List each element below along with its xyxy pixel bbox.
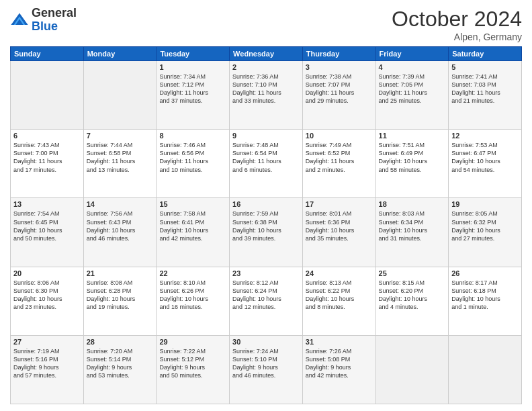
calendar-week: 27Sunrise: 7:19 AM Sunset: 5:16 PM Dayli… (11, 335, 522, 404)
weekday-header-row: SundayMondayTuesdayWednesdayThursdayFrid… (11, 47, 522, 61)
logo-blue: Blue (32, 20, 77, 34)
logo-text: General Blue (32, 7, 77, 34)
logo: General Blue (10, 7, 77, 34)
day-number: 25 (379, 269, 446, 277)
calendar-cell (375, 335, 449, 404)
calendar-cell: 31Sunrise: 7:26 AM Sunset: 5:08 PM Dayli… (302, 335, 375, 404)
day-info: Sunrise: 8:15 AM Sunset: 6:20 PM Dayligh… (379, 279, 446, 312)
calendar-cell: 7Sunrise: 7:44 AM Sunset: 6:58 PM Daylig… (83, 130, 157, 198)
day-number: 30 (232, 338, 300, 346)
calendar-week: 13Sunrise: 7:54 AM Sunset: 6:45 PM Dayli… (11, 198, 522, 267)
page: General Blue October 2024 Alpen, Germany… (0, 0, 532, 411)
day-number: 24 (306, 269, 373, 277)
day-number: 3 (306, 63, 373, 71)
day-info: Sunrise: 7:59 AM Sunset: 6:38 PM Dayligh… (232, 210, 300, 242)
weekday-header: Tuesday (157, 47, 230, 61)
day-number: 13 (13, 200, 81, 208)
day-number: 12 (451, 132, 519, 140)
calendar-cell (83, 61, 157, 130)
calendar-cell: 24Sunrise: 8:13 AM Sunset: 6:22 PM Dayli… (302, 267, 375, 335)
calendar-cell (11, 61, 84, 130)
calendar-cell: 27Sunrise: 7:19 AM Sunset: 5:16 PM Dayli… (11, 335, 84, 404)
day-info: Sunrise: 7:38 AM Sunset: 7:07 PM Dayligh… (306, 73, 373, 105)
day-info: Sunrise: 7:49 AM Sunset: 6:52 PM Dayligh… (306, 141, 373, 174)
calendar-cell: 10Sunrise: 7:49 AM Sunset: 6:52 PM Dayli… (302, 130, 375, 198)
calendar-cell: 20Sunrise: 8:06 AM Sunset: 6:30 PM Dayli… (11, 267, 84, 335)
calendar-cell: 5Sunrise: 7:41 AM Sunset: 7:03 PM Daylig… (449, 61, 522, 130)
title-block: October 2024 Alpen, Germany (392, 7, 522, 42)
calendar-cell: 1Sunrise: 7:34 AM Sunset: 7:12 PM Daylig… (157, 61, 230, 130)
calendar-cell: 30Sunrise: 7:24 AM Sunset: 5:10 PM Dayli… (230, 335, 303, 404)
day-number: 22 (159, 269, 226, 277)
day-number: 21 (87, 269, 154, 277)
calendar-cell: 29Sunrise: 7:22 AM Sunset: 5:12 PM Dayli… (157, 335, 230, 404)
day-info: Sunrise: 7:44 AM Sunset: 6:58 PM Dayligh… (87, 141, 154, 174)
calendar-week: 20Sunrise: 8:06 AM Sunset: 6:30 PM Dayli… (11, 267, 522, 335)
day-number: 26 (451, 269, 519, 277)
calendar-cell (449, 335, 522, 404)
weekday-header: Thursday (302, 47, 375, 61)
day-number: 27 (13, 338, 81, 346)
logo-general: General (32, 7, 77, 20)
day-info: Sunrise: 7:39 AM Sunset: 7:05 PM Dayligh… (379, 73, 446, 105)
weekday-header: Sunday (11, 47, 84, 61)
calendar-cell: 18Sunrise: 8:03 AM Sunset: 6:34 PM Dayli… (375, 198, 449, 267)
calendar-week: 6Sunrise: 7:43 AM Sunset: 7:00 PM Daylig… (11, 130, 522, 198)
weekday-header: Wednesday (230, 47, 303, 61)
day-info: Sunrise: 7:43 AM Sunset: 7:00 PM Dayligh… (13, 141, 81, 174)
day-number: 20 (13, 269, 81, 277)
day-number: 2 (232, 63, 300, 71)
day-number: 4 (379, 63, 446, 71)
day-info: Sunrise: 7:36 AM Sunset: 7:10 PM Dayligh… (232, 73, 300, 105)
calendar-cell: 26Sunrise: 8:17 AM Sunset: 6:18 PM Dayli… (449, 267, 522, 335)
day-info: Sunrise: 7:48 AM Sunset: 6:54 PM Dayligh… (232, 141, 300, 174)
day-info: Sunrise: 8:03 AM Sunset: 6:34 PM Dayligh… (379, 210, 446, 242)
day-number: 9 (232, 132, 300, 140)
day-info: Sunrise: 7:41 AM Sunset: 7:03 PM Dayligh… (451, 73, 519, 105)
day-info: Sunrise: 8:10 AM Sunset: 6:26 PM Dayligh… (159, 279, 226, 312)
calendar-cell: 12Sunrise: 7:53 AM Sunset: 6:47 PM Dayli… (449, 130, 522, 198)
day-info: Sunrise: 7:53 AM Sunset: 6:47 PM Dayligh… (451, 141, 519, 174)
calendar-cell: 15Sunrise: 7:58 AM Sunset: 6:41 PM Dayli… (157, 198, 230, 267)
day-number: 29 (159, 338, 226, 346)
day-info: Sunrise: 7:46 AM Sunset: 6:56 PM Dayligh… (159, 141, 226, 174)
day-info: Sunrise: 8:13 AM Sunset: 6:22 PM Dayligh… (306, 279, 373, 312)
day-number: 6 (13, 132, 81, 140)
calendar-cell: 8Sunrise: 7:46 AM Sunset: 6:56 PM Daylig… (157, 130, 230, 198)
day-info: Sunrise: 7:26 AM Sunset: 5:08 PM Dayligh… (306, 347, 373, 380)
day-info: Sunrise: 7:54 AM Sunset: 6:45 PM Dayligh… (13, 210, 81, 242)
day-number: 16 (232, 200, 300, 208)
calendar-cell: 14Sunrise: 7:56 AM Sunset: 6:43 PM Dayli… (83, 198, 157, 267)
weekday-header: Monday (83, 47, 157, 61)
calendar-cell: 21Sunrise: 8:08 AM Sunset: 6:28 PM Dayli… (83, 267, 157, 335)
day-info: Sunrise: 7:34 AM Sunset: 7:12 PM Dayligh… (159, 73, 226, 105)
calendar-cell: 25Sunrise: 8:15 AM Sunset: 6:20 PM Dayli… (375, 267, 449, 335)
calendar-week: 1Sunrise: 7:34 AM Sunset: 7:12 PM Daylig… (11, 61, 522, 130)
calendar-cell: 6Sunrise: 7:43 AM Sunset: 7:00 PM Daylig… (11, 130, 84, 198)
day-info: Sunrise: 7:51 AM Sunset: 6:49 PM Dayligh… (379, 141, 446, 174)
day-number: 23 (232, 269, 300, 277)
weekday-header: Friday (375, 47, 449, 61)
logo-icon (10, 11, 29, 30)
month-title: October 2024 (392, 7, 522, 32)
day-info: Sunrise: 7:19 AM Sunset: 5:16 PM Dayligh… (13, 347, 81, 380)
calendar: SundayMondayTuesdayWednesdayThursdayFrid… (10, 46, 522, 404)
calendar-cell: 2Sunrise: 7:36 AM Sunset: 7:10 PM Daylig… (230, 61, 303, 130)
day-number: 10 (306, 132, 373, 140)
calendar-cell: 11Sunrise: 7:51 AM Sunset: 6:49 PM Dayli… (375, 130, 449, 198)
day-number: 8 (159, 132, 226, 140)
day-number: 1 (159, 63, 226, 71)
header: General Blue October 2024 Alpen, Germany (10, 7, 522, 42)
day-number: 11 (379, 132, 446, 140)
calendar-cell: 28Sunrise: 7:20 AM Sunset: 5:14 PM Dayli… (83, 335, 157, 404)
day-number: 17 (306, 200, 373, 208)
day-info: Sunrise: 7:58 AM Sunset: 6:41 PM Dayligh… (159, 210, 226, 242)
day-number: 15 (159, 200, 226, 208)
calendar-cell: 9Sunrise: 7:48 AM Sunset: 6:54 PM Daylig… (230, 130, 303, 198)
day-info: Sunrise: 8:12 AM Sunset: 6:24 PM Dayligh… (232, 279, 300, 312)
day-number: 28 (87, 338, 154, 346)
day-number: 31 (306, 338, 373, 346)
day-number: 19 (451, 200, 519, 208)
day-info: Sunrise: 8:17 AM Sunset: 6:18 PM Dayligh… (451, 279, 519, 312)
day-info: Sunrise: 8:08 AM Sunset: 6:28 PM Dayligh… (87, 279, 154, 312)
